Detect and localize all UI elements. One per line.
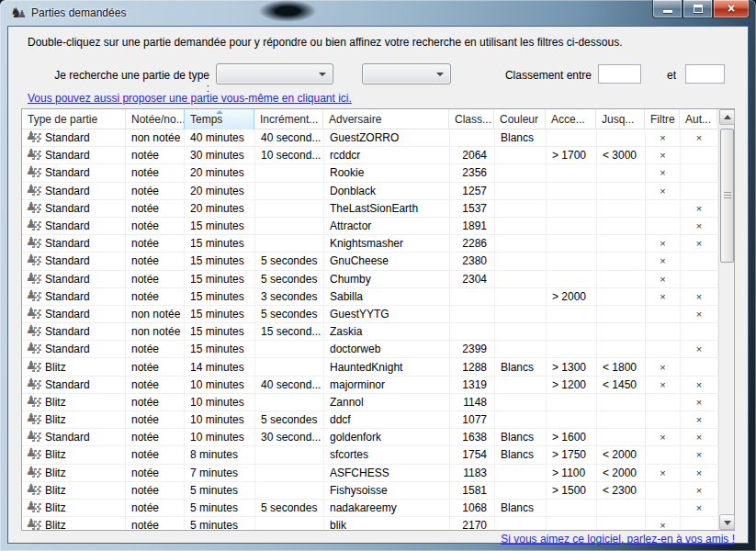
cell-increment (255, 446, 324, 463)
game-row[interactable]: ♟Standardnon notée15 minutes5 secondesGu… (22, 306, 718, 323)
column-header-filter[interactable]: Filtre (645, 109, 680, 129)
game-row[interactable]: ♟Standardnotée15 minutesKnightsmasher228… (22, 235, 718, 253)
game-row[interactable]: ♟Standardnon notée40 minutes40 second...… (22, 129, 718, 147)
cell-increment (255, 183, 324, 199)
column-header-label: Notée/no... (131, 113, 185, 126)
cell-rated: notée (126, 183, 185, 199)
column-header-rating[interactable]: Class... (449, 109, 494, 129)
share-with-friends-link[interactable]: Si vous aimez ce logiciel, parlez-en à v… (0, 533, 735, 545)
rating-max-input[interactable] (685, 64, 725, 84)
cell-rated: non notée (126, 129, 185, 146)
column-header-type[interactable]: Type de partie (22, 109, 126, 129)
cell-below (597, 129, 646, 146)
cell-filter (646, 411, 681, 428)
game-row[interactable]: ♟Standardnotée10 minutes40 second...majo… (22, 377, 718, 394)
cell-time: 10 minutes (185, 411, 255, 428)
chess-pawn-icon: ♟ (28, 361, 41, 374)
close-button[interactable]: × (713, 0, 750, 18)
cell-above (547, 517, 597, 530)
cell-rating: 1754 (450, 446, 495, 463)
maximize-button[interactable] (683, 0, 713, 18)
cell-auto (681, 323, 718, 340)
cell-adversary: Rookie (324, 164, 450, 181)
scrollbar-thumb[interactable] (720, 129, 734, 263)
cell-auto: × (681, 218, 718, 234)
cell-rated: notée (126, 446, 185, 463)
game-row[interactable]: ♟Standardnotée10 minutes30 second...gold… (22, 429, 718, 446)
column-header-adversary[interactable]: Adversaire (323, 109, 449, 129)
game-row[interactable]: ♟Standardnotée20 minutesDonblack1257× (22, 183, 718, 200)
cell-filter (646, 482, 681, 499)
scroll-up-button[interactable] (719, 109, 735, 125)
minimize-button[interactable] (652, 0, 683, 18)
cell-rated: notée (126, 164, 185, 181)
cell-type: ♟Standard (22, 271, 126, 287)
column-header-color[interactable]: Couleur (494, 109, 546, 129)
cell-above (547, 253, 597, 269)
title-bar[interactable]: ♞ ♟ Parties demandées × (0, 0, 756, 26)
cell-color: Blancs (495, 500, 547, 516)
column-header-auto[interactable]: Aut... (680, 109, 717, 129)
game-row[interactable]: ♟Standardnotée30 minutes10 second...rcdd… (22, 147, 718, 164)
cell-rating: 2064 (450, 147, 495, 163)
game-row[interactable]: ♟Standardnon notée15 minutes15 second...… (22, 323, 718, 341)
cell-color (495, 341, 547, 357)
game-row[interactable]: ♟Standardnotée15 minutes5 secondesGnuChe… (22, 253, 718, 270)
game-type-dropdown[interactable] (216, 63, 333, 84)
cell-color: Blancs (495, 129, 547, 146)
cell-below: < 2300 (597, 482, 646, 499)
game-variant-dropdown[interactable] (362, 63, 451, 84)
cell-type: ♟Standard (22, 200, 126, 217)
game-row[interactable]: ♟Blitznotée10 minutesZannol1148× (22, 394, 718, 411)
cell-time: 15 minutes (185, 253, 255, 269)
column-header-time[interactable]: Temps (184, 109, 254, 129)
instruction-text: Double-cliquez sur une partie demandée p… (28, 36, 622, 49)
cell-time: 15 minutes (185, 341, 255, 357)
game-row[interactable]: ♟Standardnotée15 minutesAttractor1891× (22, 218, 718, 235)
chess-pawn-icon: ♟ (28, 290, 41, 303)
cell-adversary: Knightsmasher (324, 235, 450, 252)
cell-below (597, 200, 646, 217)
game-row[interactable]: ♟Blitznotée5 minutesblik2170× (22, 517, 718, 530)
cell-above (547, 235, 597, 252)
cell-rating: 1891 (450, 218, 495, 234)
cell-time: 5 minutes (185, 482, 255, 499)
cell-color (495, 465, 547, 481)
cell-color: Blancs (495, 446, 547, 463)
app-chess-icon: ♞ ♟ (10, 5, 27, 21)
column-header-rated[interactable]: Notée/no... (126, 109, 185, 129)
game-row[interactable]: ♟Blitznotée5 minutes5 secondesnadakareem… (22, 500, 718, 517)
cell-rated: notée (126, 218, 185, 234)
chevron-down-icon (436, 73, 444, 76)
cell-above (547, 500, 597, 516)
minimize-icon (663, 10, 672, 13)
cell-filter (646, 200, 681, 217)
column-header-below[interactable]: Jusq... (596, 109, 645, 129)
game-row[interactable]: ♟Standardnotée15 minutesdoctorweb2399× (22, 341, 718, 358)
cell-above: > 1100 (547, 465, 597, 481)
game-row[interactable]: ♟Blitznotée7 minutesASFCHESS1183> 1100< … (22, 465, 718, 482)
cell-auto: × (681, 465, 718, 481)
cell-type: ♟Standard (22, 323, 126, 340)
game-row[interactable]: ♟Blitznotée14 minutesHauntedKnight1288Bl… (22, 358, 718, 376)
cell-adversary: ddcf (324, 411, 450, 428)
sort-ascending-icon (216, 110, 223, 114)
rating-min-input[interactable] (598, 64, 641, 84)
cell-type: ♟Blitz (22, 358, 126, 375)
game-row[interactable]: ♟Standardnotée15 minutes5 secondesChumby… (22, 271, 718, 288)
vertical-scrollbar[interactable] (718, 109, 734, 530)
game-row[interactable]: ♟Blitznotée10 minutes5 secondesddcf1077× (22, 411, 718, 429)
cell-auto: × (681, 429, 718, 445)
column-header-increment[interactable]: Incrément... (254, 109, 323, 129)
game-row[interactable]: ♟Blitznotée8 minutessfcortes1754Blancs> … (22, 446, 718, 464)
game-row[interactable]: ♟Standardnotée20 minutesTheLastSionEarth… (22, 200, 718, 218)
game-row[interactable]: ♟Blitznotée5 minutesFishysoisse1581> 150… (22, 482, 718, 500)
cell-filter (646, 218, 681, 234)
propose-game-link[interactable]: Vous pouvez aussi proposer une partie vo… (28, 92, 352, 105)
cell-increment: 30 second... (255, 429, 324, 445)
cell-rating: 2356 (450, 164, 495, 181)
game-row[interactable]: ♟Standardnotée20 minutesRookie2356× (22, 164, 718, 182)
scroll-down-button[interactable] (719, 514, 735, 530)
column-header-above[interactable]: Acce... (546, 109, 596, 129)
game-row[interactable]: ♟Standardnotée15 minutes3 secondesSabill… (22, 288, 718, 306)
